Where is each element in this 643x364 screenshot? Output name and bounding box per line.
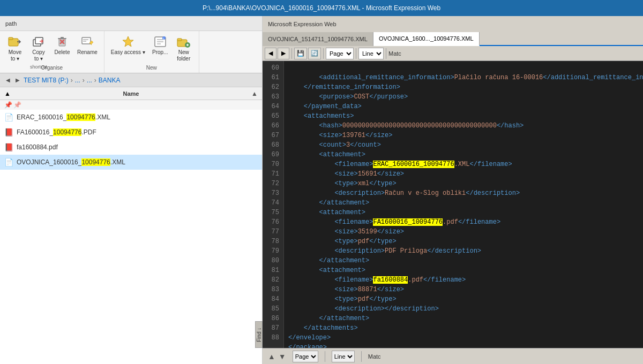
ribbon-group-new-inner: Easy access ▾ i [109,33,195,63]
breadcrumb: ◀ ▶ TEST MIT8 (P:) › ... › ... › BANKA [0,73,262,87]
ribbon-row2: Moveto ▾ [0,31,262,73]
editor-title-text: Microsoft Expression Web [268,21,337,27]
pdf-file-icon-1: 📕 [4,128,13,136]
find-panel-tab[interactable]: Find ↓ [255,321,263,348]
bottom-sep2 [361,351,362,362]
toolbar-line-select[interactable]: Line [358,48,384,59]
toolbar-forward[interactable]: ▶ [278,48,289,59]
breadcrumb-mid2[interactable]: ... [87,77,92,84]
list-item[interactable]: 📄 ERAC_1600016_10094776.XML [0,110,262,125]
list-item[interactable]: 📕 fa1600884.pdf [0,140,262,155]
file-list-sort-up: ▲ [4,90,11,97]
tab2-label: OVOJNICA_1600..._10094776.XML [379,35,474,42]
toolbar-sep1 [291,48,292,59]
toolbar-sep2 [323,48,324,59]
line-select[interactable]: Line [332,351,355,362]
svg-rect-3 [35,37,43,44]
ribbon-group-organise: Moveto ▾ [0,31,104,73]
toolbar-back[interactable]: ◀ [265,48,276,59]
toolbar-refresh[interactable]: 🔄 [308,48,321,59]
rename-label: Rename [77,49,98,56]
ribbon: path [0,16,262,73]
move-to-button[interactable]: Moveto ▾ [4,33,26,63]
properties-label: Prop... [152,49,168,56]
right-panel: Microsoft Expression Web OVOJNICA_151471… [263,16,643,364]
shortcut-label: shortcut [30,64,47,70]
left-panel: path [0,16,263,364]
tab-bar: OVOJNICA_1514711_10094776.XML OVOJNICA_1… [263,32,643,46]
page-select[interactable]: Page [293,351,318,362]
breadcrumb-back[interactable]: ◀ [4,77,12,84]
breadcrumb-root[interactable]: TEST MIT8 (P:) [24,77,69,84]
collapse-button[interactable]: ▲ [251,90,258,97]
tab-ovojnica2[interactable]: OVOJNICA_1600..._10094776.XML [373,32,480,46]
editor-toolbar: ◀ ▶ 💾 🔄 Page Line Matc [263,46,643,61]
new-folder-button[interactable]: Newfolder [173,33,195,63]
pin-button-1[interactable]: 📌 [4,101,12,109]
ribbon-row1: path [0,16,262,31]
easy-access-button[interactable]: Easy access ▾ [109,33,147,57]
file-name-fa1: FA1600016_10094776.PDF [17,128,258,136]
match-label: Matc [368,353,381,360]
file-name-erac: ERAC_1600016_10094776.XML [17,113,258,121]
new-folder-label: Newfolder [177,49,190,62]
pin-button-2[interactable]: 📌 [13,101,21,109]
svg-rect-12 [177,39,182,41]
title-text: P:\...904\BANKA\OVOJNICA_1600016_1009477… [5,4,638,12]
move-to-icon [8,34,23,49]
file-list: 📄 ERAC_1600016_10094776.XML 📕 FA1600016_… [0,110,262,364]
line-numbers: 6061626364 6566676869 7071727374 7576777… [263,61,284,348]
delete-label: Delete [55,49,70,56]
new-group-label: New [146,65,157,71]
tab1-label: OVOJNICA_1514711_10094776.XML [268,36,368,42]
properties-button[interactable]: i Prop... [149,33,171,57]
toolbar-match-label: Matc [388,50,401,57]
move-to-label: Moveto ▾ [9,49,21,62]
new-folder-icon [176,34,191,49]
bottom-bar: ▲ ▼ Page Line Matc [263,348,643,364]
editor-titlebar: Microsoft Expression Web [263,16,643,32]
toolbar-save[interactable]: 💾 [294,48,307,59]
toolbar-sep3 [356,48,356,59]
xml-file-icon-2: 📄 [4,158,13,166]
ribbon-group-new: Easy access ▾ i [104,31,199,73]
bottom-sep1 [325,351,325,362]
copy-to-icon [31,34,46,49]
list-item[interactable]: 📄 OVOJNICA_1600016_10094776.XML [0,155,262,170]
list-item[interactable]: 📕 FA1600016_10094776.PDF [0,125,262,140]
copy-to-button[interactable]: Copyto ▾ shortcut [28,33,49,63]
tab-ovojnica1[interactable]: OVOJNICA_1514711_10094776.XML [263,32,373,46]
breadcrumb-banka[interactable]: BANKA [99,77,121,84]
pin-row: 📌 📌 [0,100,262,110]
rename-button[interactable]: Rename [75,33,100,57]
title-bar: P:\...904\BANKA\OVOJNICA_1600016_1009477… [0,0,643,16]
file-name-fa2: fa1600884.pdf [17,143,258,151]
xml-file-icon: 📄 [4,113,13,122]
ribbon-group-inner: Moveto ▾ [4,33,100,63]
code-area[interactable]: 6061626364 6566676869 7071727374 7576777… [263,61,643,348]
delete-button[interactable]: Delete [51,33,73,57]
svg-rect-6 [61,37,64,39]
nav-down[interactable]: ▼ [278,352,287,361]
file-list-header: ▲ Name ▲ [0,87,262,100]
toolbar-page-select[interactable]: Page [326,48,354,59]
app-container: P:\...904\BANKA\OVOJNICA_1600016_1009477… [0,0,643,364]
pdf-file-icon-2: 📕 [4,143,13,151]
svg-rect-1 [9,37,13,40]
easy-access-icon [121,34,136,49]
delete-icon [55,34,70,49]
rename-icon [80,34,95,49]
main-area: path [0,16,643,364]
nav-arrows: ▲ ▼ [267,352,287,361]
code-content: <additional_remittance_information>Plači… [284,61,643,348]
svg-rect-7 [82,37,91,44]
toolbar-sep4 [386,48,386,59]
breadcrumb-forward[interactable]: ▶ [14,77,21,84]
easy-access-label: Easy access ▾ [111,49,145,56]
breadcrumb-mid1[interactable]: ... [75,77,80,84]
properties-icon: i [153,34,168,49]
file-list-header-name: Name [123,90,139,97]
file-name-ovojnica: OVOJNICA_1600016_10094776.XML [17,158,258,166]
copy-to-label: Copyto ▾ [32,49,44,62]
nav-up[interactable]: ▲ [267,352,276,361]
